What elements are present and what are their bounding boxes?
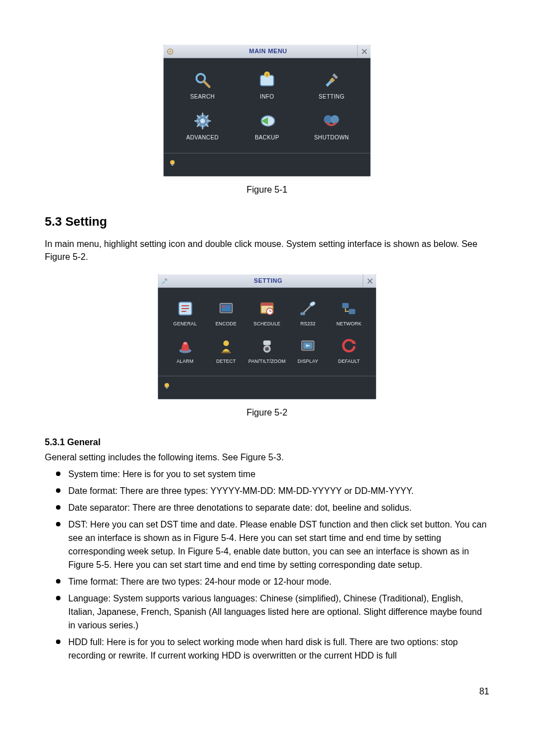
svg-point-46 — [165, 383, 169, 388]
page-number: 81 — [45, 685, 489, 698]
settings-item-encode[interactable]: ENCODE — [205, 298, 246, 329]
menu-item-backup[interactable]: BACKUP — [235, 109, 299, 144]
menu-label: BACKUP — [255, 134, 279, 142]
window-footer — [158, 376, 376, 399]
settings-item-display[interactable]: DISPLAY — [288, 335, 329, 367]
close-icon — [362, 49, 367, 54]
general-icon — [177, 300, 194, 317]
app-icon — [163, 45, 177, 58]
menu-label: DISPLAY — [298, 358, 318, 365]
close-icon — [367, 278, 373, 284]
settings-item-general[interactable]: GENERAL — [165, 298, 205, 329]
lightbulb-icon — [163, 380, 170, 386]
list-item: Time format: There are two types: 24-hou… — [56, 575, 489, 589]
list-item: Language: System supports various langua… — [56, 592, 489, 632]
svg-rect-27 — [222, 306, 225, 307]
svg-line-3 — [204, 82, 209, 87]
window-footer — [163, 153, 371, 176]
svg-point-1 — [170, 50, 171, 52]
settings-grid: GENERAL ENCODE SCHEDULE RS232 NETWORK AL… — [158, 288, 376, 372]
svg-rect-32 — [301, 312, 305, 315]
close-button[interactable] — [357, 45, 371, 58]
advanced-icon — [193, 111, 212, 130]
list-item: System time: Here is for you to set syst… — [56, 468, 489, 481]
display-icon — [299, 338, 316, 354]
menu-label: DEFAULT — [338, 358, 360, 365]
window-titlebar: MAIN MENU — [163, 45, 371, 58]
menu-label: ADVANCED — [186, 134, 219, 142]
alarm-icon — [177, 338, 194, 354]
ptz-icon — [259, 338, 275, 354]
figure-caption: Figure 5-1 — [45, 183, 489, 196]
menu-label: ALARM — [176, 358, 193, 365]
menu-label: SCHEDULE — [254, 320, 280, 327]
section-heading: 5.3 Setting — [45, 213, 489, 231]
menu-label: SEARCH — [190, 93, 215, 101]
menu-label: DETECT — [216, 358, 236, 365]
backup-icon — [257, 111, 277, 130]
menu-item-info[interactable]: i INFO — [235, 68, 299, 104]
svg-rect-33 — [343, 303, 349, 308]
detect-icon — [218, 338, 235, 354]
settings-item-default[interactable]: DEFAULT — [329, 335, 369, 367]
menu-item-search[interactable]: SEARCH — [170, 68, 235, 104]
svg-text:i: i — [266, 72, 268, 77]
svg-point-41 — [265, 347, 267, 349]
setting-icon — [322, 71, 341, 90]
app-icon — [158, 274, 171, 288]
figure-caption: Figure 5-2 — [45, 406, 489, 419]
menu-item-advanced[interactable]: ADVANCED — [170, 109, 235, 144]
schedule-icon — [259, 300, 275, 317]
bullet-list: System time: Here is for you to set syst… — [45, 468, 489, 662]
menu-item-setting[interactable]: SETTING — [299, 68, 364, 104]
svg-point-36 — [183, 342, 187, 344]
window-title: SETTING — [174, 277, 363, 286]
window-titlebar: SETTING — [158, 274, 376, 288]
menu-label: SETTING — [318, 93, 344, 101]
settings-item-rs232[interactable]: RS232 — [288, 298, 329, 329]
subsection-heading: 5.3.1 General — [45, 436, 489, 449]
network-icon — [340, 300, 357, 317]
list-item: Date separator: There are three denotati… — [56, 501, 489, 515]
section-intro: In main menu, highlight setting icon and… — [45, 237, 489, 263]
settings-item-alarm[interactable]: ALARM — [165, 335, 205, 367]
menu-item-shutdown[interactable]: SHUTDOWN — [299, 109, 364, 144]
svg-rect-47 — [166, 387, 168, 389]
default-icon — [340, 338, 357, 354]
menu-label: RS232 — [301, 320, 316, 327]
svg-rect-29 — [261, 303, 273, 306]
close-button[interactable] — [363, 274, 376, 288]
lightbulb-icon — [169, 157, 176, 164]
settings-item-network[interactable]: NETWORK — [329, 298, 369, 329]
svg-point-21 — [331, 115, 339, 123]
menu-label: PAN/TILT/ZOOM — [249, 358, 286, 365]
setting-window: SETTING GENERAL ENCODE SCHEDULE RS232 NE… — [158, 274, 376, 399]
menu-label: ENCODE — [216, 320, 237, 327]
subsection-intro: General setting includes the following i… — [45, 451, 489, 464]
window-title: MAIN MENU — [179, 47, 357, 56]
svg-rect-38 — [263, 340, 270, 345]
settings-item-ptz[interactable]: PAN/TILT/ZOOM — [246, 335, 287, 367]
svg-point-17 — [200, 118, 205, 123]
svg-rect-34 — [349, 309, 355, 314]
list-item: Date format: There are three types: YYYY… — [56, 484, 489, 498]
menu-label: INFO — [260, 93, 274, 101]
svg-point-37 — [223, 340, 229, 346]
rs232-icon — [299, 300, 316, 317]
encode-icon — [218, 300, 235, 317]
menu-label: NETWORK — [336, 320, 362, 327]
list-item: HDD full: Here is for you to select work… — [56, 636, 489, 662]
svg-rect-23 — [172, 164, 174, 166]
menu-grid: SEARCH i INFO SETTING ADVANCED BACKUP SH… — [163, 58, 371, 150]
menu-label: SHUTDOWN — [314, 134, 349, 142]
list-item: DST: Here you can set DST time and date.… — [56, 518, 489, 572]
info-icon: i — [257, 71, 277, 90]
search-icon — [193, 71, 212, 90]
settings-item-schedule[interactable]: SCHEDULE — [246, 298, 287, 329]
menu-label: GENERAL — [174, 320, 197, 327]
main-menu-window: MAIN MENU SEARCH i INFO SETTING ADVANCED… — [163, 45, 371, 176]
shutdown-icon — [322, 111, 341, 130]
settings-item-detect[interactable]: DETECT — [205, 335, 246, 367]
svg-point-22 — [170, 160, 175, 165]
